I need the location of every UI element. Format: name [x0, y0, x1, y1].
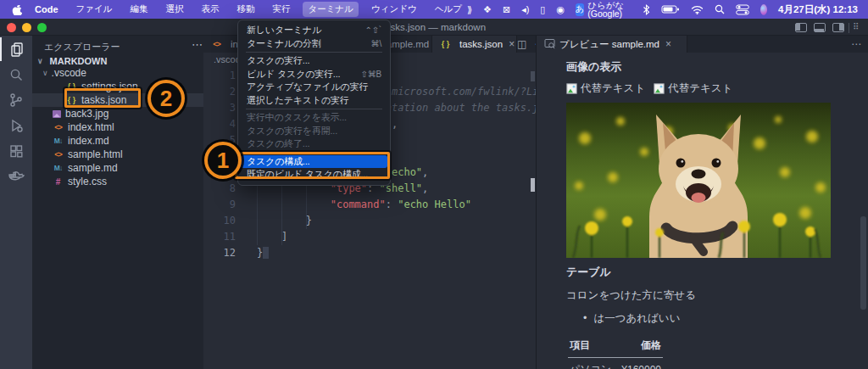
overview-ruler-mark [531, 71, 535, 81]
apple-logo-icon[interactable] [12, 3, 22, 15]
extensions-activity-icon[interactable] [0, 139, 32, 163]
broken-image-icon [566, 83, 577, 94]
menubar-item-run[interactable]: 実行 [267, 2, 295, 17]
preview-heading-images: 画像の表示 [566, 59, 868, 75]
markdown-preview-icon [544, 38, 555, 51]
markdown-preview-content: 画像の表示 代替テキスト 代替テキスト [537, 53, 868, 369]
tree-item-index-html[interactable]: <> index.html [32, 120, 203, 134]
menu-item-show-running-tasks: 実行中のタスクを表示... [238, 111, 390, 125]
explorer-activity-icon[interactable] [0, 37, 32, 61]
close-tab-icon[interactable]: × [509, 38, 515, 50]
tree-item-sample-html[interactable]: <> sample.html [32, 148, 203, 161]
tool-icon[interactable]: ⊠ [503, 5, 510, 14]
menubar-item-file[interactable]: ファイル [71, 2, 118, 17]
chevron-down-icon: ∨ [42, 69, 48, 77]
spotlight-search-icon[interactable] [715, 4, 725, 14]
menu-item-new-terminal[interactable]: 新しいターミナル⌃⇧` [238, 24, 390, 37]
source-control-activity-icon[interactable] [0, 88, 32, 112]
tab-tasks-json[interactable]: { } tasks.json × [432, 36, 517, 53]
image-file-icon [53, 110, 61, 118]
run-debug-activity-icon[interactable] [0, 114, 32, 137]
menu-item-run-task[interactable]: タスクの実行... [238, 54, 390, 68]
app-swoosh-icon[interactable]: ⟫ [467, 5, 472, 14]
menubar-item-window[interactable]: ウィンドウ [366, 2, 422, 17]
menubar-item-view[interactable]: 表示 [196, 2, 224, 17]
menubar-item-terminal[interactable]: ターミナル [303, 2, 358, 17]
menubar-item-selection[interactable]: 選択 [160, 2, 188, 17]
close-tab-icon[interactable]: × [665, 38, 671, 50]
preview-heading-table: テーブル [566, 265, 868, 280]
device-icon[interactable]: ▯ [540, 5, 545, 14]
menu-item-run-selected-text[interactable]: 選択したテキストの実行 [238, 94, 390, 108]
customize-layout-icon[interactable]: ⠿ [853, 22, 860, 31]
html-file-icon: <> [211, 40, 222, 48]
table-header-row: 項目 価格 [568, 334, 663, 358]
bluetooth-icon[interactable] [643, 4, 650, 15]
broken-image-row: 代替テキスト 代替テキスト [566, 81, 868, 96]
line-number: 9 [203, 197, 251, 213]
tree-item-sample-md[interactable]: M↓ sample.md [32, 161, 203, 175]
menubar-item-edit[interactable]: 編集 [125, 2, 153, 17]
wifi-icon[interactable] [691, 5, 704, 14]
screen: Code ファイル 編集 選択 表示 移動 実行 ターミナル ウィンドウ ヘルプ… [0, 0, 868, 369]
chevron-down-icon: ∨ [37, 57, 43, 65]
tree-item-vscode-folder[interactable]: ∨ .vscode [32, 66, 203, 80]
explorer-header: エクスプローラー [44, 41, 120, 53]
titlebar-separator [849, 23, 849, 33]
menu-item-run-build-task[interactable]: ビルド タスクの実行...⇧⌘B [238, 68, 390, 81]
docker-activity-icon[interactable] [0, 165, 32, 188]
line-number: 11 [203, 229, 251, 245]
menu-separator [246, 52, 382, 53]
alt-text: 代替テキスト [668, 81, 732, 96]
preview-tab-bar: プレビュー sample.md × ⋯ [537, 36, 868, 53]
explorer-more-icon[interactable]: ⋯ [192, 38, 203, 51]
preview-bullet: •は一つあればいい [583, 311, 868, 326]
ime-icon: あ [576, 3, 584, 16]
record-icon[interactable]: ◉ [556, 5, 565, 14]
tree-item-style-css[interactable]: # style.css [32, 175, 203, 188]
control-center-icon[interactable] [736, 4, 749, 15]
menu-item-run-active-file[interactable]: アクティブなファイルの実行 [238, 81, 390, 94]
ime-indicator[interactable]: あ ひらがな (Google) [576, 1, 632, 19]
preview-table: 項目 価格 パソコン ¥160000 電話 ¥12000 [568, 334, 663, 369]
line-number: 10 [203, 213, 251, 229]
json-file-icon: { } [440, 40, 451, 48]
menubar-item-go[interactable]: 移動 [231, 2, 259, 17]
toggle-secondary-sidebar-icon[interactable] [832, 23, 844, 32]
menu-item-split-terminal[interactable]: ターミナルの分割⌘\ [238, 37, 390, 51]
bullet-dot: • [583, 312, 587, 324]
tab-preview-sample-md[interactable]: プレビュー sample.md × [537, 36, 687, 53]
alt-text: 代替テキスト [581, 81, 645, 96]
css-file-icon: # [53, 177, 64, 187]
preview-more-icon[interactable]: ⋯ [851, 38, 861, 50]
html-file-icon: <> [53, 123, 64, 131]
menubar-item-help[interactable]: ヘルプ [430, 2, 467, 17]
table-header-price: 価格 [615, 334, 663, 358]
menubar-clock[interactable]: 4月27日(水) 12:13 [778, 3, 858, 16]
code-line: } [257, 245, 536, 261]
annotation-step-2: 2 [147, 80, 185, 117]
annotation-step-1: 1 [204, 142, 242, 179]
siri-icon[interactable] [760, 4, 767, 15]
code-line: } [257, 213, 536, 229]
menubar-item-code[interactable]: Code [30, 3, 64, 16]
toggle-sidebar-icon[interactable] [795, 23, 807, 32]
dog-photo [566, 103, 831, 258]
markdown-file-icon: M↓ [53, 137, 64, 145]
toggle-panel-icon[interactable] [814, 23, 826, 32]
overview-ruler-cursor-mark [531, 178, 535, 192]
dropbox-icon[interactable]: ❖ [483, 5, 492, 14]
markdown-file-icon: M↓ [53, 164, 64, 172]
preview-paragraph: コロンをつけた方に寄せる [566, 288, 868, 303]
tree-item-index-md[interactable]: M↓ index.md [32, 134, 203, 148]
preview-scrollbar-thumb[interactable] [860, 216, 866, 310]
search-activity-icon[interactable] [0, 63, 32, 87]
html-file-icon: <> [53, 150, 64, 159]
annotation-box-tasks-json [64, 88, 141, 108]
battery-icon[interactable] [661, 4, 680, 14]
table-header-item: 項目 [568, 334, 615, 358]
line-number: 12 [203, 245, 251, 261]
split-editor-icon[interactable]: ◫ [517, 38, 526, 50]
alert-icon[interactable]: ◂) [521, 5, 529, 14]
annotation-box-configure-tasks [235, 152, 390, 179]
